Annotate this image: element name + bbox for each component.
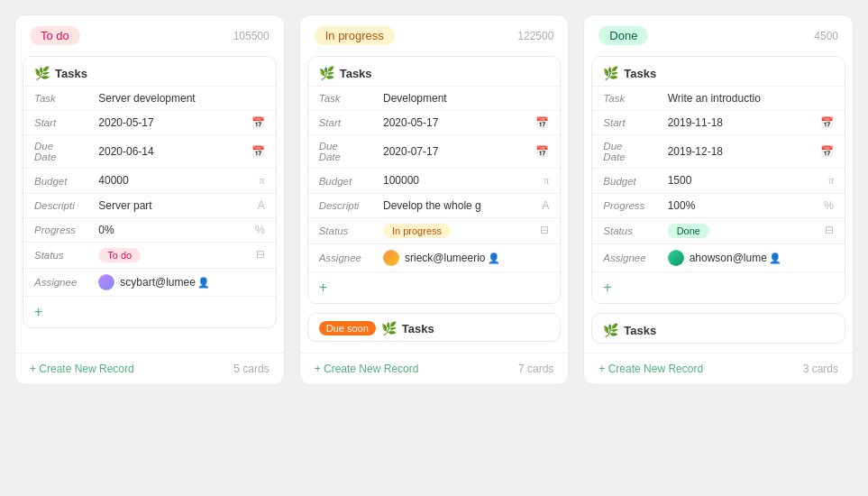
card-add-button[interactable]: + xyxy=(592,271,845,303)
card: 🌿Tasks xyxy=(591,313,845,344)
field-label: Start xyxy=(592,111,656,135)
table-row: StatusTo do⊟ xyxy=(23,243,276,269)
card-title: Tasks xyxy=(402,322,434,335)
field-text: 2019-11-18 xyxy=(668,116,723,129)
person-icon: 👤 xyxy=(488,253,500,264)
field-value: 2019-12-18📅 xyxy=(657,135,845,169)
card-header: 🌿Tasks xyxy=(592,57,845,86)
table-row: Start2020-05-17📅 xyxy=(308,111,561,135)
field-label: Due Date xyxy=(308,135,372,169)
text-icon: A xyxy=(542,199,549,212)
field-value: 40000π xyxy=(87,169,275,194)
card: 🌿TasksTaskDevelopmentStart2020-05-17📅Due… xyxy=(307,56,562,304)
column-body: 🌿TasksTaskServer developmentStart2020-05… xyxy=(15,56,284,353)
card-icon: 🌿 xyxy=(603,323,618,337)
table-row: Assigneesrieck@lumeerio👤 xyxy=(308,244,561,272)
column-tag: To do xyxy=(30,26,80,45)
field-text: 2020-05-17 xyxy=(383,116,438,129)
field-text: 2019-12-18 xyxy=(668,145,723,158)
field-text: 40000 xyxy=(98,174,128,187)
field-value: Server development xyxy=(87,87,275,111)
column-count: 122500 xyxy=(517,30,553,42)
field-value: 100000π xyxy=(372,169,560,194)
table-row: StatusIn progress⊟ xyxy=(308,218,561,244)
field-label: Budget xyxy=(23,169,87,194)
person-icon: 👤 xyxy=(197,277,210,289)
card-add-button[interactable]: + xyxy=(23,296,276,327)
column-done: Done 4500 🌿TasksTaskWrite an introductio… xyxy=(583,14,854,385)
field-label: Status xyxy=(592,218,656,244)
field-text: 2020-07-17 xyxy=(383,145,438,158)
column-header: Done 4500 xyxy=(584,15,853,56)
card-header: 🌿Tasks xyxy=(23,57,276,86)
field-value: Development xyxy=(372,87,560,111)
card: 🌿TasksTaskServer developmentStart2020-05… xyxy=(23,56,277,328)
field-text: Develop the whole g xyxy=(383,199,481,212)
assignee-cell: srieck@lumeerio👤 xyxy=(383,250,549,266)
create-new-record-button[interactable]: + Create New Record xyxy=(30,363,134,375)
person-icon: 👤 xyxy=(769,253,781,264)
field-text: Server development xyxy=(98,92,195,105)
status-badge: To do xyxy=(98,248,141,262)
card-table: TaskWrite an introductioStart2019-11-18📅… xyxy=(592,86,845,271)
field-value: srieck@lumeerio👤 xyxy=(372,244,560,272)
avatar xyxy=(668,250,684,266)
field-label: Task xyxy=(23,87,87,111)
create-new-record-button[interactable]: + Create New Record xyxy=(315,363,419,375)
field-label: Status xyxy=(308,218,372,244)
field-value: 2020-05-17📅 xyxy=(372,111,560,135)
field-label: Due Date xyxy=(23,135,87,169)
field-label: Due Date xyxy=(592,135,656,169)
column-body: 🌿TasksTaskWrite an introductioStart2019-… xyxy=(584,56,853,353)
create-new-record-button[interactable]: + Create New Record xyxy=(598,363,703,375)
card-header: 🌿Tasks xyxy=(592,314,845,343)
field-label: Assignee xyxy=(592,244,656,272)
field-label: Assignee xyxy=(23,269,87,297)
status-badge: Done xyxy=(668,224,709,238)
field-text: 100% xyxy=(668,199,696,212)
card-icon: 🌿 xyxy=(319,66,334,80)
table-row: Due Date2019-12-18📅 xyxy=(592,135,845,169)
assignee-email: srieck@lumeerio xyxy=(405,252,486,264)
field-text: Server part xyxy=(98,199,151,212)
column-inprogress: In progress 122500 🌿TasksTaskDevelopment… xyxy=(299,14,570,385)
column-tag: Done xyxy=(598,26,648,45)
table-row: StatusDone⊟ xyxy=(592,218,845,244)
field-label: Descripti xyxy=(308,194,372,218)
field-value: 1500π xyxy=(657,169,845,194)
field-label: Progress xyxy=(23,218,87,243)
percent-icon: % xyxy=(255,224,265,236)
column-todo: To do 105500 🌿TasksTaskServer developmen… xyxy=(14,14,285,385)
card-icon: 🌿 xyxy=(603,66,618,80)
field-value: In progress⊟ xyxy=(372,218,560,244)
field-value: scybart@lumee👤 xyxy=(87,269,275,297)
card-header: 🌿Tasks xyxy=(308,57,561,86)
card-title: Tasks xyxy=(624,324,656,337)
field-value: 2019-11-18📅 xyxy=(657,111,845,135)
column-footer: + Create New Record 3 cards xyxy=(584,353,853,384)
field-value: 100%% xyxy=(657,194,845,218)
cards-count: 3 cards xyxy=(803,363,838,375)
field-label: Budget xyxy=(592,169,656,194)
status-badge: In progress xyxy=(383,224,451,238)
field-value: Server partA xyxy=(87,194,275,218)
field-label: Task xyxy=(308,87,372,111)
pi-icon: π xyxy=(260,174,265,188)
cards-count: 7 cards xyxy=(518,363,553,375)
field-text: 0% xyxy=(98,224,114,236)
status-icon: ⊟ xyxy=(256,248,265,261)
assignee-cell: ahowson@lume👤 xyxy=(668,250,834,266)
field-label: Status xyxy=(23,243,87,269)
field-label: Descripti xyxy=(23,194,87,218)
field-value: Write an introductio xyxy=(657,87,845,111)
card-add-button[interactable]: + xyxy=(308,271,561,303)
column-body: 🌿TasksTaskDevelopmentStart2020-05-17📅Due… xyxy=(300,56,569,353)
table-row: TaskWrite an introductio xyxy=(592,87,845,111)
field-label: Assignee xyxy=(308,244,372,272)
table-row: Progress0%% xyxy=(23,218,276,243)
table-row: TaskServer development xyxy=(23,87,276,111)
calendar-icon: 📅 xyxy=(820,116,834,129)
status-icon: ⊟ xyxy=(540,224,549,236)
field-label: Budget xyxy=(308,169,372,194)
card-title: Tasks xyxy=(624,67,656,80)
